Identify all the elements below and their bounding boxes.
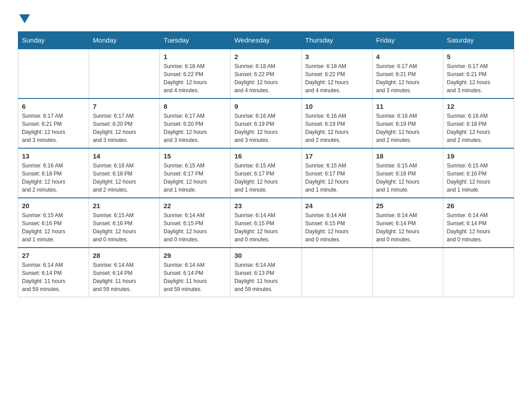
day-info: Sunrise: 6:16 AMSunset: 6:18 PMDaylight:… [447,112,510,144]
day-number: 6 [22,103,85,110]
calendar-cell: 20Sunrise: 6:15 AMSunset: 6:16 PMDayligh… [18,198,89,248]
day-number: 20 [22,202,85,210]
day-info: Sunrise: 6:17 AMSunset: 6:20 PMDaylight:… [163,112,227,144]
day-number: 3 [305,53,369,60]
day-number: 29 [163,252,227,259]
day-number: 21 [93,202,156,210]
day-info: Sunrise: 6:15 AMSunset: 6:17 PMDaylight:… [305,162,369,194]
weekday-header-tuesday: Tuesday [160,32,231,49]
calendar-cell: 18Sunrise: 6:15 AMSunset: 6:16 PMDayligh… [372,148,443,198]
day-number: 16 [234,152,297,160]
calendar-cell: 15Sunrise: 6:15 AMSunset: 6:17 PMDayligh… [160,148,231,198]
day-info: Sunrise: 6:18 AMSunset: 6:22 PMDaylight:… [234,62,297,94]
calendar-cell: 21Sunrise: 6:15 AMSunset: 6:16 PMDayligh… [89,198,160,248]
calendar-cell [301,248,372,297]
calendar-cell: 24Sunrise: 6:14 AMSunset: 6:15 PMDayligh… [301,198,372,248]
calendar-cell: 9Sunrise: 6:16 AMSunset: 6:19 PMDaylight… [231,98,301,148]
day-info: Sunrise: 6:14 AMSunset: 6:15 PMDaylight:… [305,211,369,244]
calendar-cell: 29Sunrise: 6:14 AMSunset: 6:14 PMDayligh… [160,248,231,297]
day-number: 9 [234,103,297,110]
calendar-cell: 13Sunrise: 6:16 AMSunset: 6:18 PMDayligh… [18,148,89,198]
logo-triangle-icon [19,14,30,23]
weekday-header-thursday: Thursday [301,32,372,49]
day-number: 23 [234,202,297,210]
day-info: Sunrise: 6:17 AMSunset: 6:20 PMDaylight:… [93,112,156,144]
day-info: Sunrise: 6:16 AMSunset: 6:18 PMDaylight:… [93,162,156,194]
day-info: Sunrise: 6:16 AMSunset: 6:19 PMDaylight:… [376,112,439,144]
day-info: Sunrise: 6:17 AMSunset: 6:21 PMDaylight:… [376,62,439,94]
calendar-week-row: 27Sunrise: 6:14 AMSunset: 6:14 PMDayligh… [18,248,514,297]
day-info: Sunrise: 6:14 AMSunset: 6:15 PMDaylight:… [163,211,227,244]
day-info: Sunrise: 6:14 AMSunset: 6:13 PMDaylight:… [234,261,297,293]
day-info: Sunrise: 6:14 AMSunset: 6:14 PMDaylight:… [22,261,85,293]
day-number: 1 [163,53,227,60]
day-info: Sunrise: 6:15 AMSunset: 6:16 PMDaylight:… [447,162,510,194]
calendar-cell: 7Sunrise: 6:17 AMSunset: 6:20 PMDaylight… [89,98,160,148]
calendar-cell: 17Sunrise: 6:15 AMSunset: 6:17 PMDayligh… [301,148,372,198]
calendar-cell: 30Sunrise: 6:14 AMSunset: 6:13 PMDayligh… [231,248,301,297]
day-number: 13 [22,152,85,160]
day-number: 4 [376,53,439,60]
calendar-cell: 19Sunrise: 6:15 AMSunset: 6:16 PMDayligh… [443,148,514,198]
day-number: 11 [376,103,439,110]
day-number: 26 [447,202,510,210]
day-info: Sunrise: 6:18 AMSunset: 6:22 PMDaylight:… [305,62,369,94]
day-info: Sunrise: 6:15 AMSunset: 6:17 PMDaylight:… [163,162,227,194]
page-header [18,13,514,22]
calendar-cell: 8Sunrise: 6:17 AMSunset: 6:20 PMDaylight… [160,98,231,148]
day-info: Sunrise: 6:18 AMSunset: 6:22 PMDaylight:… [163,62,227,94]
day-info: Sunrise: 6:16 AMSunset: 6:18 PMDaylight:… [22,162,85,194]
calendar-cell: 25Sunrise: 6:14 AMSunset: 6:14 PMDayligh… [372,198,443,248]
day-info: Sunrise: 6:17 AMSunset: 6:21 PMDaylight:… [447,62,510,94]
calendar-cell: 27Sunrise: 6:14 AMSunset: 6:14 PMDayligh… [18,248,89,297]
calendar-cell: 26Sunrise: 6:14 AMSunset: 6:14 PMDayligh… [443,198,514,248]
calendar-week-row: 13Sunrise: 6:16 AMSunset: 6:18 PMDayligh… [18,148,514,198]
calendar-cell: 23Sunrise: 6:14 AMSunset: 6:15 PMDayligh… [231,198,301,248]
day-number: 5 [447,53,510,60]
calendar-week-row: 1Sunrise: 6:18 AMSunset: 6:22 PMDaylight… [18,49,514,98]
calendar-cell [18,49,89,98]
day-info: Sunrise: 6:14 AMSunset: 6:14 PMDaylight:… [93,261,156,293]
calendar-cell: 14Sunrise: 6:16 AMSunset: 6:18 PMDayligh… [89,148,160,198]
day-info: Sunrise: 6:17 AMSunset: 6:21 PMDaylight:… [22,112,85,144]
calendar-cell: 6Sunrise: 6:17 AMSunset: 6:21 PMDaylight… [18,98,89,148]
day-number: 7 [93,103,156,110]
calendar-cell: 22Sunrise: 6:14 AMSunset: 6:15 PMDayligh… [160,198,231,248]
day-info: Sunrise: 6:15 AMSunset: 6:16 PMDaylight:… [93,211,156,244]
calendar-cell [443,248,514,297]
day-number: 10 [305,103,369,110]
calendar-cell: 5Sunrise: 6:17 AMSunset: 6:21 PMDaylight… [443,49,514,98]
day-number: 24 [305,202,369,210]
calendar-cell: 28Sunrise: 6:14 AMSunset: 6:14 PMDayligh… [89,248,160,297]
calendar-week-row: 20Sunrise: 6:15 AMSunset: 6:16 PMDayligh… [18,198,514,248]
day-number: 17 [305,152,369,160]
calendar-cell: 1Sunrise: 6:18 AMSunset: 6:22 PMDaylight… [160,49,231,98]
day-number: 27 [22,252,85,259]
calendar-cell [89,49,160,98]
day-number: 25 [376,202,439,210]
calendar-header-row: SundayMondayTuesdayWednesdayThursdayFrid… [18,32,514,49]
calendar-cell: 3Sunrise: 6:18 AMSunset: 6:22 PMDaylight… [301,49,372,98]
day-info: Sunrise: 6:14 AMSunset: 6:14 PMDaylight:… [376,211,439,244]
weekday-header-monday: Monday [89,32,160,49]
calendar-cell: 2Sunrise: 6:18 AMSunset: 6:22 PMDaylight… [231,49,301,98]
logo [18,13,30,22]
calendar-cell: 12Sunrise: 6:16 AMSunset: 6:18 PMDayligh… [443,98,514,148]
calendar-cell [372,248,443,297]
day-info: Sunrise: 6:14 AMSunset: 6:15 PMDaylight:… [234,211,297,244]
calendar-cell: 10Sunrise: 6:16 AMSunset: 6:19 PMDayligh… [301,98,372,148]
weekday-header-sunday: Sunday [18,32,89,49]
calendar-cell: 16Sunrise: 6:15 AMSunset: 6:17 PMDayligh… [231,148,301,198]
day-number: 15 [163,152,227,160]
day-number: 12 [447,103,510,110]
day-info: Sunrise: 6:16 AMSunset: 6:19 PMDaylight:… [305,112,369,144]
day-number: 28 [93,252,156,259]
day-number: 30 [234,252,297,259]
calendar-cell: 4Sunrise: 6:17 AMSunset: 6:21 PMDaylight… [372,49,443,98]
day-number: 2 [234,53,297,60]
day-number: 22 [163,202,227,210]
day-info: Sunrise: 6:16 AMSunset: 6:19 PMDaylight:… [234,112,297,144]
day-info: Sunrise: 6:15 AMSunset: 6:17 PMDaylight:… [234,162,297,194]
calendar-week-row: 6Sunrise: 6:17 AMSunset: 6:21 PMDaylight… [18,98,514,148]
weekday-header-wednesday: Wednesday [231,32,301,49]
